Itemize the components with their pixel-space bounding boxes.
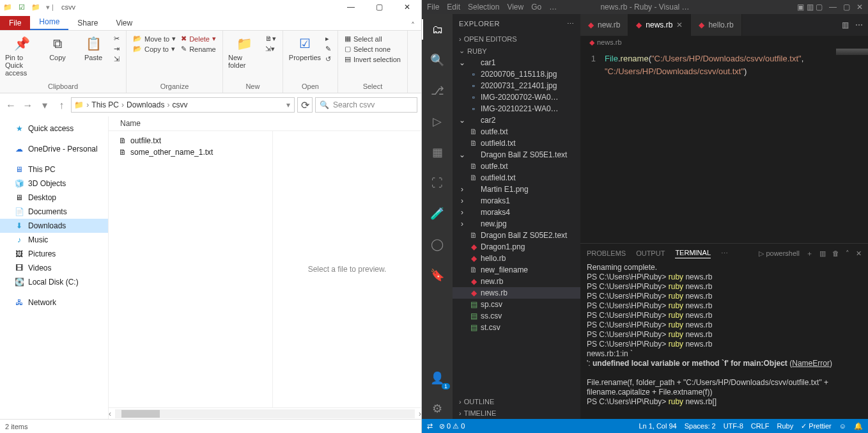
menu-selection[interactable]: Selection	[468, 3, 499, 12]
tab-view[interactable]: View	[107, 16, 141, 30]
more-icon[interactable]: ⋯	[855, 20, 863, 29]
menu-go[interactable]: Go	[531, 3, 541, 12]
explorer-titlebar[interactable]: 📁 ☑ 📁 ▾ | csvv — ▢ ✕	[0, 0, 421, 14]
menu-file[interactable]: File	[427, 3, 439, 12]
shell-label[interactable]: ▷ powershell	[759, 249, 800, 258]
tree-item[interactable]: ›moraks4	[453, 207, 580, 218]
maximize-button[interactable]: ▢	[843, 3, 850, 12]
nav-music[interactable]: ♪Music	[0, 233, 108, 247]
tree-item[interactable]: 🗎outfe.txt	[453, 161, 580, 172]
select-all-button[interactable]: ▦ Select all	[345, 35, 401, 43]
folder-small-icon[interactable]: 📁	[31, 2, 41, 12]
file-tree[interactable]: ⌄car1▫20200706_115118.jpg▫20200731_22140…	[453, 57, 580, 396]
close-panel-icon[interactable]: ✕	[856, 249, 862, 258]
nav-local-disk[interactable]: 💽Local Disk (C:)	[0, 275, 108, 289]
menu-edit[interactable]: Edit	[447, 3, 460, 12]
close-tab-icon[interactable]: ✕	[676, 20, 683, 29]
nav-pictures[interactable]: 🖼Pictures	[0, 247, 108, 261]
open-editors-header[interactable]: ›OPEN EDITORS	[453, 33, 580, 45]
remote-icon[interactable]: ⛶	[422, 173, 453, 193]
nav-3dobjects[interactable]: 🧊3D Objects	[0, 177, 108, 191]
split-terminal-icon[interactable]: ▥	[819, 249, 826, 258]
ribbon-collapse-icon[interactable]: ˄	[405, 21, 421, 30]
tree-item[interactable]: ▫IMG-20200702-WA0…	[453, 91, 580, 103]
tab-share[interactable]: Share	[68, 16, 107, 30]
up-button[interactable]: ↑	[54, 100, 68, 111]
menu-more[interactable]: …	[549, 3, 557, 12]
accounts-icon[interactable]: 👤1	[422, 368, 453, 388]
tree-item[interactable]: ⌄car2	[453, 114, 580, 126]
cut-button[interactable]: ✂	[114, 35, 120, 43]
properties-button[interactable]: ☑Properties	[287, 33, 323, 63]
tree-item[interactable]: ◆Dragon1.png	[453, 241, 580, 253]
breadcrumb[interactable]: 📁› This PC› Downloads› csvv ▾	[71, 97, 295, 113]
panel-tab-output[interactable]: OUTPUT	[636, 249, 665, 257]
tree-item[interactable]: 🗎Dragon Ball Z S05E2.text	[453, 230, 580, 241]
remote-status[interactable]: ⇄	[427, 422, 433, 430]
menubar[interactable]: File Edit Selection View Go … news.rb - …	[422, 0, 868, 14]
open-button[interactable]: ▸	[325, 35, 331, 43]
more-icon[interactable]: ⋯	[721, 249, 728, 258]
cursor-position[interactable]: Ln 1, Col 94	[639, 422, 676, 430]
bell-icon[interactable]: 🔔	[854, 422, 863, 430]
menu-view[interactable]: View	[507, 3, 523, 12]
paste-button[interactable]: 📋Paste	[75, 33, 111, 63]
copy-button[interactable]: ⧉Copy	[40, 33, 75, 63]
source-control-icon[interactable]: ⎇	[422, 81, 453, 101]
tab-home[interactable]: Home	[30, 15, 68, 30]
invert-selection-button[interactable]: ▤ Invert selection	[345, 55, 401, 63]
tree-item[interactable]: ›moraks1	[453, 195, 580, 207]
move-to-button[interactable]: 📂 Move to ▾	[133, 35, 176, 43]
problems-status[interactable]: ⊘ 0 ⚠ 0	[439, 422, 465, 430]
close-button[interactable]: ✕	[856, 3, 863, 12]
maximize-panel-icon[interactable]: ˄	[846, 249, 849, 258]
back-button[interactable]: ←	[4, 100, 18, 111]
github-icon[interactable]: ◯	[422, 234, 453, 255]
layout-icon[interactable]: ▣ ▥ ▢	[797, 3, 823, 12]
nav-onedrive[interactable]: ☁OneDrive - Personal	[0, 142, 108, 156]
split-editor-icon[interactable]: ▥	[842, 20, 849, 29]
tree-item[interactable]: ▫IMG-20210221-WA0…	[453, 103, 580, 114]
panel-tab-terminal[interactable]: TERMINAL	[675, 249, 711, 258]
navigation-pane[interactable]: ★Quick access ☁OneDrive - Personal 🖥This…	[0, 116, 109, 419]
file-item[interactable]: 🗎some_other_name_1.txt	[116, 146, 265, 158]
copy-to-button[interactable]: 📂 Copy to ▾	[133, 45, 176, 53]
forward-button[interactable]: →	[20, 100, 35, 111]
trash-icon[interactable]: 🗑	[832, 249, 839, 257]
tree-item[interactable]: ▫20200706_115118.jpg	[453, 68, 580, 80]
explorer-icon[interactable]: 🗂	[422, 19, 453, 40]
tree-item[interactable]: ⌄car1	[453, 57, 580, 68]
nav-desktop[interactable]: 🖥Desktop	[0, 191, 108, 205]
tree-item[interactable]: ›new.jpg	[453, 218, 580, 230]
timeline-header[interactable]: ›TIMELINE	[453, 407, 580, 419]
crumb-csvv[interactable]: csvv	[172, 100, 187, 109]
tree-item[interactable]: ▤sp.csv	[453, 299, 580, 310]
search-input[interactable]: 🔍Search csvv	[315, 97, 417, 113]
indent-status[interactable]: Spaces: 2	[685, 422, 716, 430]
minimap[interactable]	[836, 49, 868, 55]
feedback-icon[interactable]: ☺	[839, 422, 846, 430]
more-icon[interactable]: ⋯	[567, 20, 575, 28]
pin-quick-access-button[interactable]: 📌Pin to Quick access	[4, 33, 40, 78]
code-editor[interactable]: 1File.rename("C:/Users/HP/Downloads/csvv…	[580, 49, 868, 243]
formatter-status[interactable]: ✓ Prettier	[801, 422, 832, 430]
nav-videos[interactable]: 🎞Videos	[0, 261, 108, 275]
editor-tab[interactable]: ◆hello.rb	[691, 14, 741, 36]
minimize-button[interactable]: —	[829, 3, 837, 12]
editor-tab[interactable]: ◆news.rb✕	[628, 14, 691, 36]
nav-documents[interactable]: 📄Documents	[0, 205, 108, 219]
run-debug-icon[interactable]: ▷	[422, 111, 453, 132]
editor-tab[interactable]: ◆new.rb	[580, 14, 628, 36]
maximize-button[interactable]: ▢	[365, 0, 393, 14]
folder-root-header[interactable]: ⌄RUBY	[453, 45, 580, 57]
paste-shortcut-button[interactable]: ⇲	[114, 55, 120, 63]
delete-button[interactable]: ✖ Delete ▾	[181, 35, 216, 43]
tree-item[interactable]: 🗎outfield.txt	[453, 138, 580, 149]
tree-item[interactable]: ⌄Dragon Ball Z S05E1.text	[453, 149, 580, 161]
tree-item[interactable]: 🗎outfield.txt	[453, 172, 580, 184]
tree-item[interactable]: 🗎outfe.txt	[453, 126, 580, 138]
tree-item[interactable]: 🗎new_filename	[453, 264, 580, 276]
language-status[interactable]: Ruby	[777, 422, 794, 430]
file-list[interactable]: 🗎outfile.txt 🗎some_other_name_1.txt	[109, 131, 272, 407]
recent-dropdown[interactable]: ▾	[38, 99, 52, 111]
